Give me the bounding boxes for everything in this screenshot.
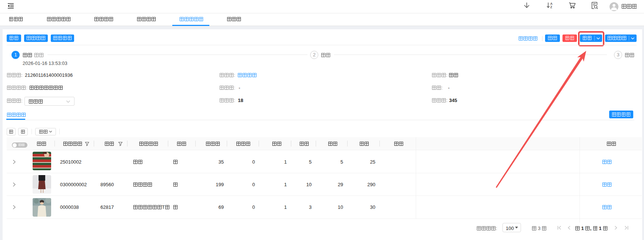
svg-text:Z: Z	[550, 5, 552, 9]
